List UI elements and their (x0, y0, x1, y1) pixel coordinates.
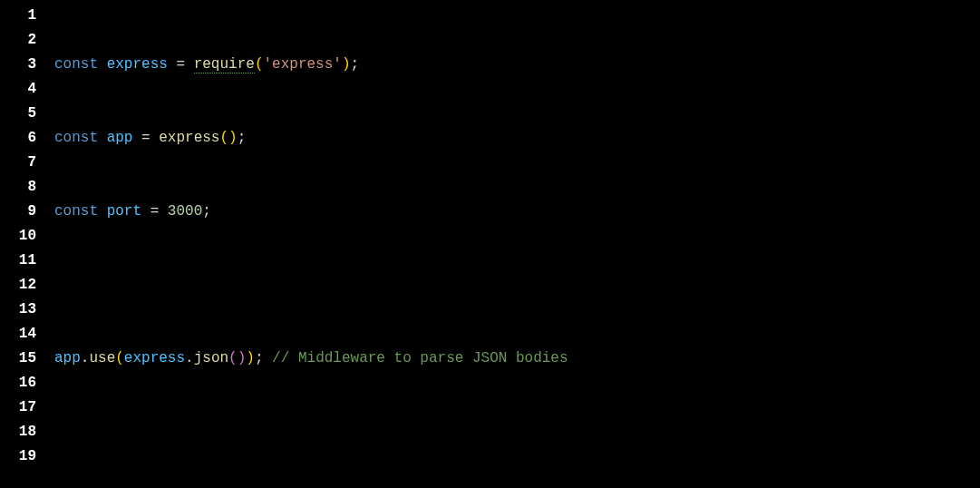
paren-open: ( (228, 350, 238, 366)
line-number: 8 (0, 175, 36, 200)
line-number: 18 (0, 420, 36, 444)
equals-operator: = (141, 203, 168, 220)
line-number-gutter: 1 2 3 4 5 6 7 8 9 10 11 12 13 14 15 16 1… (0, 4, 54, 488)
semicolon: ; (238, 130, 247, 146)
variable-app: app (107, 130, 133, 146)
whitespace (98, 130, 107, 146)
semicolon: ; (255, 350, 264, 366)
paren-close: ) (238, 350, 247, 366)
code-line[interactable]: const port = 3000; (54, 200, 980, 224)
code-line[interactable]: const express = require('express'); (54, 53, 980, 77)
keyword-const: const (54, 203, 98, 220)
code-line-empty[interactable] (54, 273, 980, 298)
equals-operator: = (168, 56, 194, 73)
variable-express: express (107, 56, 168, 73)
whitespace (98, 56, 107, 73)
function-use: use (89, 350, 115, 366)
variable-express: express (124, 350, 185, 366)
function-json: json (194, 350, 228, 366)
line-number: 1 (0, 4, 36, 28)
keyword-const: const (54, 130, 98, 146)
line-number: 17 (0, 395, 36, 420)
line-number: 12 (0, 273, 36, 298)
line-number: 13 (0, 298, 36, 322)
code-line-empty[interactable] (54, 420, 980, 444)
dot: . (81, 350, 90, 366)
line-number: 5 (0, 102, 36, 126)
paren-open: ( (115, 350, 124, 366)
line-number: 19 (0, 444, 36, 469)
variable-app: app (54, 350, 81, 366)
equals-operator: = (132, 130, 159, 146)
string-literal: 'express' (263, 56, 341, 73)
comment: // Middleware to parse JSON bodies (264, 350, 568, 366)
line-number: 3 (0, 53, 36, 77)
function-require: require (194, 56, 255, 73)
line-number: 16 (0, 371, 36, 395)
line-number: 6 (0, 126, 36, 151)
semicolon: ; (202, 203, 211, 220)
paren-close: ) (246, 350, 255, 366)
code-line[interactable]: const app = express(); (54, 126, 980, 151)
number-literal: 3000 (168, 203, 202, 220)
code-area[interactable]: const express = require('express'); cons… (54, 4, 980, 488)
dot: . (185, 350, 194, 366)
code-line[interactable]: app.use(express.json()); // Middleware t… (54, 346, 980, 371)
line-number: 9 (0, 200, 36, 224)
keyword-const: const (54, 56, 98, 73)
semicolon: ; (351, 56, 360, 73)
paren-close: ) (228, 130, 238, 146)
line-number: 2 (0, 28, 36, 53)
line-number: 10 (0, 224, 36, 249)
whitespace (98, 203, 107, 220)
paren-open: ( (219, 130, 228, 146)
line-number: 4 (0, 77, 36, 102)
function-express: express (159, 130, 219, 146)
code-editor[interactable]: 1 2 3 4 5 6 7 8 9 10 11 12 13 14 15 16 1… (0, 4, 980, 488)
line-number: 15 (0, 346, 36, 371)
variable-port: port (107, 203, 141, 220)
line-number: 11 (0, 249, 36, 273)
line-number: 14 (0, 322, 36, 346)
line-number: 7 (0, 151, 36, 175)
paren-close: ) (342, 56, 351, 73)
